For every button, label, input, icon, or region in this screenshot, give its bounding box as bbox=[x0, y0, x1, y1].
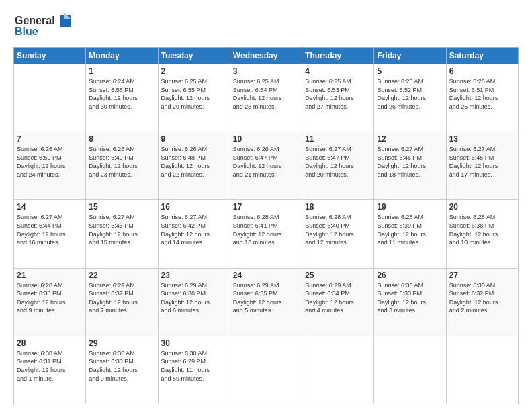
day-number: 29 bbox=[89, 338, 154, 348]
day-cell: 22Sunrise: 6:29 AM Sunset: 6:37 PM Dayli… bbox=[86, 268, 158, 336]
day-number: 23 bbox=[161, 271, 227, 280]
day-cell: 10Sunrise: 6:26 AM Sunset: 6:47 PM Dayli… bbox=[230, 132, 302, 200]
day-info: Sunrise: 6:25 AM Sunset: 6:53 PM Dayligh… bbox=[305, 77, 371, 111]
day-number: 18 bbox=[305, 202, 371, 212]
day-info: Sunrise: 6:25 AM Sunset: 6:54 PM Dayligh… bbox=[233, 77, 299, 111]
day-cell: 25Sunrise: 6:29 AM Sunset: 6:34 PM Dayli… bbox=[302, 268, 374, 336]
day-number: 22 bbox=[89, 271, 154, 280]
day-cell: 24Sunrise: 6:29 AM Sunset: 6:35 PM Dayli… bbox=[230, 268, 302, 336]
day-info: Sunrise: 6:30 AM Sunset: 6:29 PM Dayligh… bbox=[161, 349, 227, 383]
day-cell: 13Sunrise: 6:27 AM Sunset: 6:45 PM Dayli… bbox=[446, 132, 518, 200]
day-info: Sunrise: 6:24 AM Sunset: 6:55 PM Dayligh… bbox=[89, 77, 154, 111]
day-number: 14 bbox=[17, 202, 83, 212]
day-info: Sunrise: 6:26 AM Sunset: 6:48 PM Dayligh… bbox=[161, 145, 227, 179]
svg-text:General: General bbox=[15, 15, 55, 26]
day-info: Sunrise: 6:27 AM Sunset: 6:46 PM Dayligh… bbox=[377, 145, 443, 179]
weekday-header-sunday: Sunday bbox=[14, 48, 86, 64]
day-info: Sunrise: 6:25 AM Sunset: 6:52 PM Dayligh… bbox=[377, 77, 443, 111]
day-cell: 20Sunrise: 6:28 AM Sunset: 6:38 PM Dayli… bbox=[446, 200, 518, 268]
week-row-1: 7Sunrise: 6:26 AM Sunset: 6:50 PM Daylig… bbox=[14, 132, 519, 200]
day-info: Sunrise: 6:30 AM Sunset: 6:33 PM Dayligh… bbox=[377, 281, 443, 315]
day-info: Sunrise: 6:29 AM Sunset: 6:36 PM Dayligh… bbox=[161, 281, 227, 315]
day-number: 20 bbox=[449, 202, 515, 212]
day-number: 8 bbox=[89, 134, 154, 144]
weekday-header-tuesday: Tuesday bbox=[158, 48, 230, 64]
week-row-0: 1Sunrise: 6:24 AM Sunset: 6:55 PM Daylig… bbox=[14, 64, 519, 132]
day-number: 4 bbox=[305, 66, 371, 76]
day-cell: 6Sunrise: 6:26 AM Sunset: 6:51 PM Daylig… bbox=[446, 64, 518, 132]
day-cell: 18Sunrise: 6:28 AM Sunset: 6:40 PM Dayli… bbox=[302, 200, 374, 268]
day-cell: 14Sunrise: 6:27 AM Sunset: 6:44 PM Dayli… bbox=[14, 200, 86, 268]
weekday-header-wednesday: Wednesday bbox=[230, 48, 302, 64]
day-cell bbox=[14, 64, 86, 132]
day-cell: 16Sunrise: 6:27 AM Sunset: 6:42 PM Dayli… bbox=[158, 200, 230, 268]
week-row-3: 21Sunrise: 6:28 AM Sunset: 6:38 PM Dayli… bbox=[14, 268, 519, 336]
day-info: Sunrise: 6:27 AM Sunset: 6:42 PM Dayligh… bbox=[161, 213, 227, 246]
day-cell: 27Sunrise: 6:30 AM Sunset: 6:32 PM Dayli… bbox=[446, 268, 518, 336]
day-number: 11 bbox=[305, 134, 371, 144]
calendar-table: SundayMondayTuesdayWednesdayThursdayFrid… bbox=[13, 47, 519, 404]
day-cell: 11Sunrise: 6:27 AM Sunset: 6:47 PM Dayli… bbox=[302, 132, 374, 200]
logo-icon: General Blue bbox=[13, 12, 74, 39]
day-info: Sunrise: 6:26 AM Sunset: 6:47 PM Dayligh… bbox=[233, 145, 299, 179]
day-cell bbox=[302, 336, 374, 404]
day-cell: 28Sunrise: 6:30 AM Sunset: 6:31 PM Dayli… bbox=[14, 336, 86, 404]
day-cell: 29Sunrise: 6:30 AM Sunset: 6:30 PM Dayli… bbox=[86, 336, 158, 404]
day-number: 1 bbox=[89, 66, 154, 76]
day-cell bbox=[446, 336, 518, 404]
header: General Blue bbox=[13, 12, 519, 42]
day-cell: 5Sunrise: 6:25 AM Sunset: 6:52 PM Daylig… bbox=[374, 64, 446, 132]
weekday-header-saturday: Saturday bbox=[446, 48, 518, 64]
svg-text:Blue: Blue bbox=[15, 26, 38, 37]
weekday-header-thursday: Thursday bbox=[302, 48, 374, 64]
day-cell: 26Sunrise: 6:30 AM Sunset: 6:33 PM Dayli… bbox=[374, 268, 446, 336]
day-number: 26 bbox=[377, 271, 443, 280]
day-info: Sunrise: 6:27 AM Sunset: 6:44 PM Dayligh… bbox=[17, 213, 83, 246]
weekday-header-friday: Friday bbox=[374, 48, 446, 64]
day-cell: 4Sunrise: 6:25 AM Sunset: 6:53 PM Daylig… bbox=[302, 64, 374, 132]
day-number: 2 bbox=[161, 66, 227, 76]
day-info: Sunrise: 6:25 AM Sunset: 6:55 PM Dayligh… bbox=[161, 77, 227, 111]
day-cell: 23Sunrise: 6:29 AM Sunset: 6:36 PM Dayli… bbox=[158, 268, 230, 336]
day-cell: 2Sunrise: 6:25 AM Sunset: 6:55 PM Daylig… bbox=[158, 64, 230, 132]
day-number: 24 bbox=[233, 271, 299, 280]
day-info: Sunrise: 6:26 AM Sunset: 6:50 PM Dayligh… bbox=[17, 145, 83, 179]
week-row-2: 14Sunrise: 6:27 AM Sunset: 6:44 PM Dayli… bbox=[14, 200, 519, 268]
day-cell bbox=[374, 336, 446, 404]
day-cell bbox=[230, 336, 302, 404]
weekday-header-row: SundayMondayTuesdayWednesdayThursdayFrid… bbox=[14, 48, 519, 64]
day-info: Sunrise: 6:29 AM Sunset: 6:37 PM Dayligh… bbox=[89, 281, 154, 315]
day-info: Sunrise: 6:27 AM Sunset: 6:47 PM Dayligh… bbox=[305, 145, 371, 179]
day-number: 9 bbox=[161, 134, 227, 144]
day-info: Sunrise: 6:28 AM Sunset: 6:41 PM Dayligh… bbox=[233, 213, 299, 246]
day-number: 16 bbox=[161, 202, 227, 212]
weekday-header-monday: Monday bbox=[86, 48, 158, 64]
day-info: Sunrise: 6:30 AM Sunset: 6:30 PM Dayligh… bbox=[89, 349, 154, 383]
day-info: Sunrise: 6:27 AM Sunset: 6:45 PM Dayligh… bbox=[449, 145, 515, 179]
day-number: 7 bbox=[17, 134, 83, 144]
day-info: Sunrise: 6:28 AM Sunset: 6:39 PM Dayligh… bbox=[377, 213, 443, 246]
day-number: 3 bbox=[233, 66, 299, 76]
day-info: Sunrise: 6:30 AM Sunset: 6:31 PM Dayligh… bbox=[17, 349, 83, 383]
day-cell: 17Sunrise: 6:28 AM Sunset: 6:41 PM Dayli… bbox=[230, 200, 302, 268]
day-number: 13 bbox=[449, 134, 515, 144]
day-number: 28 bbox=[17, 338, 83, 348]
day-cell: 21Sunrise: 6:28 AM Sunset: 6:38 PM Dayli… bbox=[14, 268, 86, 336]
day-info: Sunrise: 6:29 AM Sunset: 6:35 PM Dayligh… bbox=[233, 281, 299, 315]
day-cell: 30Sunrise: 6:30 AM Sunset: 6:29 PM Dayli… bbox=[158, 336, 230, 404]
day-info: Sunrise: 6:30 AM Sunset: 6:32 PM Dayligh… bbox=[449, 281, 515, 315]
day-info: Sunrise: 6:28 AM Sunset: 6:38 PM Dayligh… bbox=[449, 213, 515, 246]
day-cell: 7Sunrise: 6:26 AM Sunset: 6:50 PM Daylig… bbox=[14, 132, 86, 200]
week-row-4: 28Sunrise: 6:30 AM Sunset: 6:31 PM Dayli… bbox=[14, 336, 519, 404]
day-cell: 19Sunrise: 6:28 AM Sunset: 6:39 PM Dayli… bbox=[374, 200, 446, 268]
day-number: 30 bbox=[161, 338, 227, 348]
day-number: 25 bbox=[305, 271, 371, 280]
day-cell: 1Sunrise: 6:24 AM Sunset: 6:55 PM Daylig… bbox=[86, 64, 158, 132]
day-number: 19 bbox=[377, 202, 443, 212]
day-cell: 9Sunrise: 6:26 AM Sunset: 6:48 PM Daylig… bbox=[158, 132, 230, 200]
logo: General Blue bbox=[13, 12, 74, 42]
day-info: Sunrise: 6:27 AM Sunset: 6:43 PM Dayligh… bbox=[89, 213, 154, 246]
day-number: 21 bbox=[17, 271, 83, 280]
day-info: Sunrise: 6:26 AM Sunset: 6:51 PM Dayligh… bbox=[449, 77, 515, 111]
calendar-body: 1Sunrise: 6:24 AM Sunset: 6:55 PM Daylig… bbox=[14, 64, 519, 404]
